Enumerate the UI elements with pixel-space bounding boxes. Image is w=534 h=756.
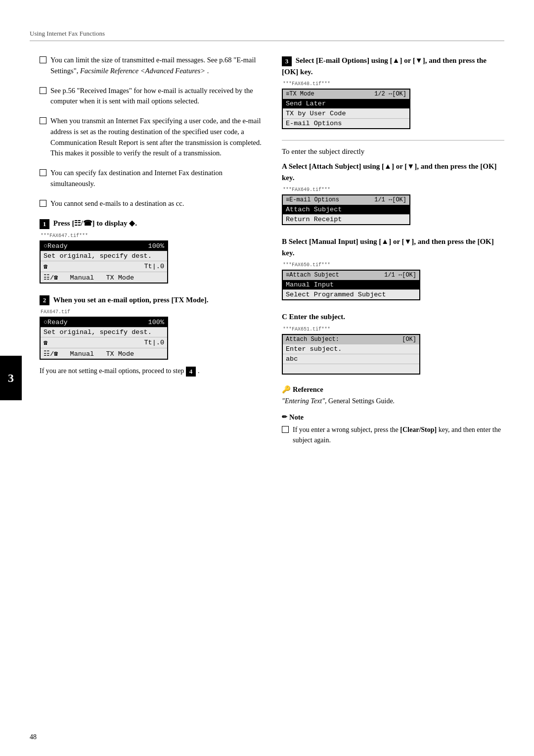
lcd-row: E-mail Options — [283, 119, 409, 128]
lcd-cell-right: 100% — [148, 242, 164, 250]
lcd-cell: abc — [286, 355, 298, 363]
step-1-file-label: ***FAX647.tif*** — [41, 233, 262, 238]
checkbox-4 — [40, 169, 46, 176]
step-2-lcd: ○Ready 100% Set original, specify dest. … — [40, 317, 168, 360]
reference-icon: 🔑 — [282, 385, 291, 394]
divider — [282, 140, 504, 141]
bullet-text-5: You cannot send e-mails to a destination… — [50, 198, 184, 209]
step-2-note: If you are not setting e-mail options, p… — [40, 366, 262, 377]
lcd-row: ≡E-mail Options 1/1 ↔[OK] — [283, 195, 409, 205]
lcd-cell-right: 100% — [148, 319, 164, 326]
step-3-block: 3 Select [E-mail Options] using [▲] or [… — [282, 55, 504, 129]
lcd-row: Manual Input — [283, 280, 419, 290]
note-title: Note — [289, 413, 304, 422]
lcd-cell: Enter subject. — [286, 345, 342, 353]
step-3-file-label: ***FAX648.tif*** — [283, 81, 504, 87]
lcd-row: ☷/☎ Manual TX Mode — [41, 272, 167, 283]
step-c-letter: C — [282, 313, 287, 321]
to-enter-label: To enter the subject directly — [282, 147, 504, 156]
bullet-text-4: You can specify fax destination and Inte… — [50, 168, 262, 189]
step-c-header: C Enter the subject. — [282, 311, 504, 323]
lcd-cell: ☎ — [44, 338, 47, 347]
step-b-block: B Select [Manual Input] using [▲] or [▼]… — [282, 236, 504, 300]
bullet-text-1: You can limit the size of transmitted e-… — [50, 55, 262, 77]
lcd-row: ≡Attach Subject 1/1 ↔[OK] — [283, 271, 419, 280]
lcd-cell-right: [OK] — [402, 336, 416, 343]
lcd-cell: ≡TX Mode — [286, 91, 314, 97]
lcd-cell: ☎ — [44, 262, 47, 271]
step-b-label: Select [Manual Input] using [▲] or [▼], … — [282, 237, 494, 257]
step-2-block: 2 When you set an e-mail option, press [… — [40, 294, 262, 377]
step-c-label: Enter the subject. — [289, 313, 345, 321]
content-area: You can limit the size of transmitted e-… — [30, 55, 504, 454]
step-1-header: 1 Press [☷/☎] to display ◆. — [40, 218, 262, 229]
right-column: 3 Select [E-mail Options] using [▲] or [… — [282, 55, 504, 454]
lcd-cell: Return Receipt — [286, 216, 342, 223]
reference-book: General Settings Guide — [328, 397, 393, 405]
checkbox-5 — [40, 200, 46, 207]
lcd-cell-right: 1/1 ↔[OK] — [384, 272, 416, 279]
step-3-number: 3 — [282, 56, 292, 66]
step-c-block: C Enter the subject. ***FAX651.tif*** At… — [282, 311, 504, 375]
reference-block: 🔑 Reference "Entering Text", General Set… — [282, 385, 504, 406]
step-a-lcd: ≡E-mail Options 1/1 ↔[OK] Attach Subject… — [282, 194, 410, 225]
step-a-block: A Select [Attach Subject] using [▲] or [… — [282, 161, 504, 225]
bullet-item-5: You cannot send e-mails to a destination… — [40, 198, 262, 209]
lcd-row: ☷/☎ Manual TX Mode — [41, 348, 167, 359]
step-b-lcd: ≡Attach Subject 1/1 ↔[OK] Manual Input S… — [282, 270, 420, 300]
lcd-cell: Attach Subject — [286, 206, 342, 213]
lcd-cell-right: Tt|.0 — [144, 263, 164, 270]
step-1-lcd: ○Ready 100% Set original, specify dest. … — [40, 240, 168, 284]
bullet-item-1: You can limit the size of transmitted e-… — [40, 55, 262, 77]
lcd-row: Set original, specify dest. — [41, 328, 167, 337]
lcd-row: ○Ready 100% — [41, 241, 167, 251]
step-1-number: 1 — [40, 219, 49, 229]
checkbox-2 — [40, 87, 46, 94]
lcd-row: Set original, specify dest. — [41, 251, 167, 261]
step-b-header: B Select [Manual Input] using [▲] or [▼]… — [282, 236, 504, 258]
lcd-row: ☎ Tt|.0 — [41, 261, 167, 272]
lcd-cell: Manual Input — [286, 281, 334, 288]
bullet-item-4: You can specify fax destination and Inte… — [40, 168, 262, 189]
lcd-row: Return Receipt — [283, 215, 409, 224]
lcd-row: ☎ Tt|.0 — [41, 337, 167, 348]
lcd-row: Send Later — [283, 99, 409, 109]
lcd-cell: Select Programmed Subject — [286, 291, 386, 298]
reference-header: 🔑 Reference — [282, 385, 504, 394]
lcd-cell: ○Ready — [44, 242, 68, 250]
note-bullet-1: If you enter a wrong subject, press the … — [282, 425, 504, 445]
step-b-file-label: ***FAX650.tif*** — [283, 262, 504, 268]
lcd-cell: TX by User Code — [286, 110, 346, 117]
lcd-row — [283, 364, 419, 374]
lcd-cell: Set original, specify dest. — [44, 252, 152, 260]
header-title: Using Internet Fax Functions — [30, 30, 105, 37]
step-a-label: Select [Attach Subject] using [▲] or [▼]… — [282, 162, 497, 182]
lcd-row: ○Ready 100% — [41, 318, 167, 328]
lcd-row: Select Programmed Subject — [283, 290, 419, 299]
step-b-letter: B — [282, 237, 287, 245]
bullet-text-2: See p.56 "Received Images" for how e-mai… — [50, 86, 262, 107]
lcd-cell: ☷/☎ Manual TX Mode — [44, 349, 134, 358]
lcd-row: Attach Subject: [OK] — [283, 335, 419, 344]
step-a-file-label: ***FAX649.tif*** — [283, 187, 504, 192]
chapter-number: 3 — [0, 356, 22, 400]
step-3-header: 3 Select [E-mail Options] using [▲] or [… — [282, 55, 504, 77]
lcd-row: Attach Subject — [283, 205, 409, 215]
lcd-cell-right: 1/2 ↔[OK] — [374, 91, 406, 97]
step-1-block: 1 Press [☷/☎] to display ◆. ***FAX647.ti… — [40, 218, 262, 284]
step-2-file-label: FAX647.tif — [41, 309, 262, 315]
lcd-row: TX by User Code — [283, 109, 409, 119]
lcd-row: abc — [283, 354, 419, 364]
lcd-cell-right: 1/1 ↔[OK] — [374, 196, 406, 203]
page-header: Using Internet Fax Functions — [30, 30, 504, 41]
lcd-cell: ≡Attach Subject — [286, 272, 339, 279]
checkbox-1 — [40, 56, 46, 63]
step-2-label: When you set an e-mail option, press [TX… — [53, 296, 208, 304]
note-checkbox-1 — [282, 426, 289, 433]
step-c-file-label: ***FAX651.tif*** — [283, 327, 504, 332]
note-header: ✏ Note — [282, 413, 504, 422]
note-icon: ✏ — [282, 413, 287, 421]
lcd-cell: ≡E-mail Options — [286, 196, 339, 203]
page-number: 48 — [30, 733, 37, 741]
bullet-item-3: When you transmit an Internet Fax specif… — [40, 116, 262, 159]
